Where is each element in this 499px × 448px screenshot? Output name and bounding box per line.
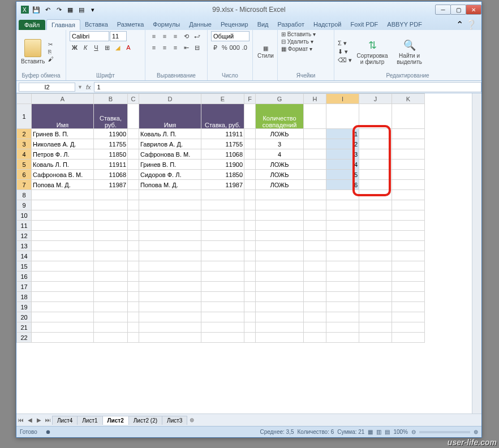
- cell[interactable]: [359, 241, 392, 251]
- cell[interactable]: [304, 261, 326, 272]
- cell[interactable]: [359, 231, 392, 241]
- cell[interactable]: [139, 210, 201, 221]
- fill-color-button[interactable]: ◢: [113, 42, 123, 53]
- cell[interactable]: [392, 272, 425, 282]
- cell[interactable]: [392, 322, 425, 333]
- cell[interactable]: Сидоров Ф. Л.: [139, 170, 201, 180]
- cell[interactable]: [304, 180, 326, 190]
- cell[interactable]: 6: [326, 180, 359, 190]
- cell[interactable]: [244, 170, 256, 180]
- select-all-corner[interactable]: [17, 94, 32, 104]
- cell[interactable]: [201, 322, 244, 333]
- cell[interactable]: 11068: [94, 170, 128, 180]
- cell[interactable]: [304, 272, 326, 282]
- cell[interactable]: 2: [326, 139, 359, 149]
- cell[interactable]: [32, 251, 94, 261]
- ribbon-tab-данные[interactable]: Данные: [184, 19, 216, 30]
- cell[interactable]: [94, 231, 128, 241]
- cell[interactable]: Количество совпадений: [256, 104, 304, 129]
- tab-nav-prev-icon[interactable]: ◀: [25, 417, 35, 423]
- cell[interactable]: [128, 180, 139, 190]
- cell[interactable]: [256, 241, 304, 251]
- cell[interactable]: [201, 210, 244, 221]
- cell[interactable]: Имя: [139, 104, 201, 129]
- cell[interactable]: [94, 241, 128, 251]
- align-right-icon[interactable]: ≡: [170, 42, 180, 53]
- cell[interactable]: [139, 272, 201, 282]
- cell[interactable]: [326, 200, 359, 210]
- cell[interactable]: ЛОЖЬ: [256, 160, 304, 170]
- percent-icon[interactable]: %: [220, 42, 229, 53]
- zoom-level[interactable]: 100%: [393, 429, 408, 435]
- row-header[interactable]: 15: [17, 261, 32, 272]
- align-mid-icon[interactable]: ≡: [160, 31, 170, 41]
- cell[interactable]: [32, 190, 94, 200]
- cell[interactable]: 3: [326, 149, 359, 160]
- row-header[interactable]: 4: [17, 149, 32, 160]
- cell[interactable]: [326, 104, 359, 129]
- cell[interactable]: [94, 292, 128, 302]
- cell[interactable]: 11987: [94, 180, 128, 190]
- cell[interactable]: [304, 129, 326, 139]
- ribbon-tab-вид[interactable]: Вид: [253, 19, 273, 30]
- tab-nav-next-icon[interactable]: ▶: [35, 417, 44, 423]
- cell[interactable]: Попова М. Д.: [139, 180, 201, 190]
- cell[interactable]: [128, 292, 139, 302]
- cell[interactable]: [139, 261, 201, 272]
- cell[interactable]: [359, 282, 392, 292]
- row-header[interactable]: 5: [17, 160, 32, 170]
- cell[interactable]: [201, 282, 244, 292]
- cell[interactable]: 11068: [201, 149, 244, 160]
- row-header[interactable]: 1: [17, 104, 32, 129]
- row-header[interactable]: 12: [17, 231, 32, 241]
- cell[interactable]: [359, 104, 392, 129]
- cell[interactable]: [392, 241, 425, 251]
- row-header[interactable]: 13: [17, 241, 32, 251]
- cell[interactable]: Ставка, руб.: [201, 104, 244, 129]
- cell[interactable]: [392, 190, 425, 200]
- cell[interactable]: [244, 272, 256, 282]
- cell[interactable]: [256, 261, 304, 272]
- align-center-icon[interactable]: ≡: [160, 42, 170, 53]
- cell[interactable]: [256, 221, 304, 231]
- cell[interactable]: [32, 231, 94, 241]
- cell[interactable]: [256, 302, 304, 312]
- cell[interactable]: Ставка, руб.: [94, 104, 128, 129]
- cell[interactable]: [94, 312, 128, 322]
- row-header[interactable]: 7: [17, 180, 32, 190]
- cell[interactable]: [392, 282, 425, 292]
- cell[interactable]: [304, 251, 326, 261]
- cell[interactable]: [128, 322, 139, 333]
- cell[interactable]: [128, 149, 139, 160]
- cell[interactable]: [244, 210, 256, 221]
- col-header[interactable]: J: [359, 94, 392, 104]
- cell[interactable]: [94, 282, 128, 292]
- cell[interactable]: [326, 302, 359, 312]
- cell[interactable]: [256, 272, 304, 282]
- format-cells-button[interactable]: ▦ Формат ▾: [281, 46, 330, 52]
- cell[interactable]: [32, 312, 94, 322]
- cell[interactable]: Коваль Л. П.: [139, 129, 201, 139]
- cell[interactable]: [139, 312, 201, 322]
- col-header[interactable]: F: [244, 94, 256, 104]
- cell[interactable]: Сафронова В. М.: [139, 149, 201, 160]
- maximize-button[interactable]: ▢: [450, 5, 466, 15]
- cell[interactable]: [256, 231, 304, 241]
- currency-icon[interactable]: ₽: [211, 42, 220, 53]
- cell[interactable]: [244, 231, 256, 241]
- macro-record-icon[interactable]: ⏺: [45, 429, 51, 435]
- cell[interactable]: [304, 221, 326, 231]
- cell[interactable]: Сафронова В. М.: [32, 170, 94, 180]
- cell[interactable]: [359, 261, 392, 272]
- cell[interactable]: [359, 333, 392, 343]
- cell[interactable]: [201, 312, 244, 322]
- cell[interactable]: [359, 200, 392, 210]
- cell[interactable]: 11911: [201, 129, 244, 139]
- view-break-icon[interactable]: ▤: [385, 429, 390, 435]
- cell[interactable]: [392, 139, 425, 149]
- row-header[interactable]: 19: [17, 302, 32, 312]
- view-layout-icon[interactable]: ▥: [376, 429, 381, 435]
- align-bot-icon[interactable]: ≡: [170, 31, 180, 41]
- row-header[interactable]: 9: [17, 200, 32, 210]
- cell[interactable]: [244, 282, 256, 292]
